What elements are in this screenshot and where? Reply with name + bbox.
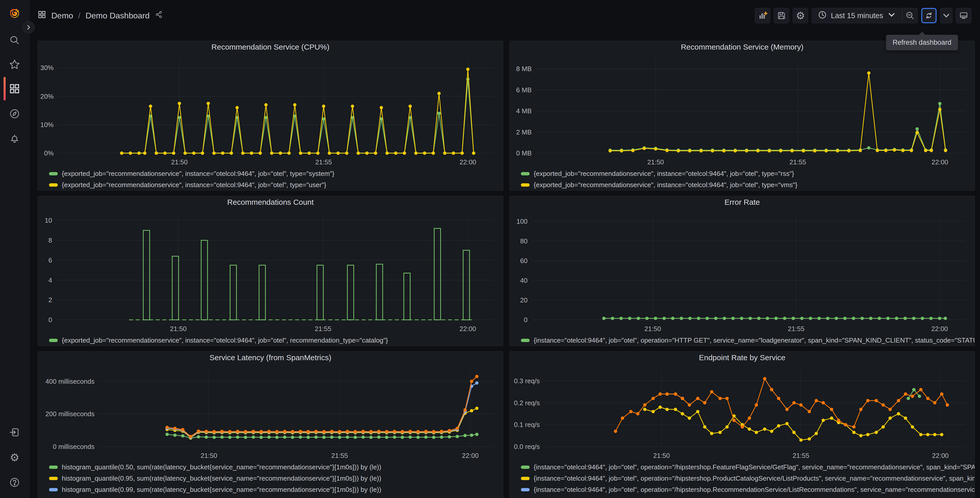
svg-text:0: 0: [49, 316, 52, 324]
legend-item[interactable]: {instance="otelcol:9464", job="otel", op…: [521, 484, 975, 495]
svg-text:21:55: 21:55: [315, 325, 331, 333]
breadcrumb: Demo / Demo Dashboard: [38, 0, 163, 31]
legend-item[interactable]: {exported_job="recommendationservice", i…: [521, 168, 975, 179]
service-latency-legend: histogram_quantile(0.50, sum(rate(latenc…: [38, 460, 503, 498]
svg-text:6: 6: [49, 256, 52, 264]
svg-text:22:00: 22:00: [931, 325, 948, 333]
legend-item[interactable]: {instance="otelcol:9464", job="otel", op…: [521, 495, 975, 498]
refresh-dashboard-button[interactable]: [921, 8, 937, 23]
refresh-tooltip: Refresh dashboard: [886, 35, 958, 50]
service-latency-chart[interactable]: 21:5021:5522:000 milliseconds200 millise…: [38, 364, 503, 460]
add-panel-button[interactable]: [755, 8, 770, 23]
legend-item[interactable]: {instance="otelcol:9464", job="otel", op…: [521, 461, 975, 473]
panel-title[interactable]: Recommendations Count: [38, 196, 503, 208]
sidebar-item-alerting[interactable]: [9, 133, 21, 145]
svg-text:4: 4: [49, 276, 52, 284]
breadcrumb-page-title: Demo Dashboard: [86, 11, 150, 21]
legend-item[interactable]: {exported_job="recommendationservice", i…: [521, 179, 975, 190]
svg-text:21:55: 21:55: [331, 452, 348, 460]
svg-text:22:00: 22:00: [460, 158, 476, 166]
legend-item[interactable]: {instance="otelcol:9464", job="otel", op…: [521, 335, 975, 346]
dashboard-grid: Recommendation Service (CPU%) 21:5021:55…: [38, 41, 975, 498]
memory-legend: {exported_job="recommendationservice", i…: [510, 167, 975, 190]
sidebar: ⚙: [0, 0, 29, 498]
svg-text:100: 100: [517, 217, 528, 225]
legend-label: histogram_quantile(0.95, sum(rate(latenc…: [62, 474, 381, 482]
panel-recommendations-count: Recommendations Count 21:5021:5522:00024…: [38, 196, 503, 346]
svg-text:400 milliseconds: 400 milliseconds: [46, 378, 94, 385]
legend-swatch: [49, 477, 58, 480]
legend-item[interactable]: histogram_quantile(0.99, sum(rate(latenc…: [49, 484, 503, 495]
legend-label: {exported_job="recommendationservice", i…: [62, 181, 326, 189]
svg-text:0%: 0%: [44, 149, 54, 157]
svg-text:10: 10: [45, 217, 52, 224]
panel-title[interactable]: Recommendation Service (CPU%): [38, 41, 503, 53]
recommendations-count-legend: {exported_job="recommendationservice", i…: [38, 334, 503, 346]
search-icon[interactable]: [9, 34, 21, 46]
breadcrumb-section[interactable]: Demo: [51, 11, 73, 21]
svg-text:0.1 req/s: 0.1 req/s: [514, 421, 540, 428]
svg-text:22:00: 22:00: [931, 158, 948, 166]
endpoint-rate-legend: {instance="otelcol:9464", job="otel", op…: [510, 460, 975, 498]
svg-text:21:55: 21:55: [789, 158, 806, 166]
svg-text:22:00: 22:00: [462, 452, 479, 460]
svg-text:6 MB: 6 MB: [516, 86, 531, 94]
svg-text:2 MB: 2 MB: [516, 128, 531, 136]
legend-item[interactable]: histogram_quantile(0.50, sum(rate(latenc…: [49, 461, 503, 473]
zoom-out-time-button[interactable]: [902, 8, 918, 23]
svg-text:200 milliseconds: 200 milliseconds: [46, 410, 94, 418]
chevron-down-icon: [887, 10, 896, 21]
legend-label: {exported_job="recommendationservice", i…: [62, 170, 334, 178]
legend-label: {exported_job="recommendationservice", i…: [534, 170, 794, 178]
panel-title[interactable]: Error Rate: [510, 196, 975, 208]
legend-swatch: [521, 183, 530, 187]
sidebar-item-dashboards[interactable]: [9, 83, 21, 94]
star-icon[interactable]: [9, 59, 21, 70]
dashboard-settings-button[interactable]: ⚙: [793, 8, 808, 23]
panel-title[interactable]: Service Latency (from SpanMetrics): [38, 351, 503, 364]
svg-text:0 milliseconds: 0 milliseconds: [53, 443, 94, 450]
legend-label: {exported_job="recommendationservice", i…: [534, 181, 797, 189]
error-rate-legend: {instance="otelcol:9464", job="otel", op…: [510, 334, 975, 346]
svg-text:30%: 30%: [40, 64, 54, 72]
share-icon[interactable]: [155, 11, 163, 21]
refresh-interval-dropdown[interactable]: [940, 8, 952, 23]
svg-text:21:50: 21:50: [644, 325, 661, 333]
svg-text:0.2 req/s: 0.2 req/s: [514, 399, 540, 407]
sidebar-item-explore[interactable]: [9, 108, 21, 120]
svg-text:21:55: 21:55: [793, 452, 809, 460]
recommendations-count-chart[interactable]: 21:5021:5522:000246810: [38, 208, 503, 334]
legend-item[interactable]: {exported_job="recommendationservice", i…: [49, 168, 503, 179]
legend-item[interactable]: histogram_quantile(0.999, sum(rate(laten…: [49, 495, 503, 498]
gear-icon[interactable]: ⚙: [9, 452, 21, 463]
sign-in-icon[interactable]: [9, 426, 21, 438]
tv-mode-button[interactable]: [956, 8, 971, 23]
legend-label: {instance="otelcol:9464", job="otel", op…: [534, 337, 975, 344]
svg-text:21:50: 21:50: [648, 158, 664, 166]
legend-swatch: [49, 466, 58, 469]
cpu-chart[interactable]: 21:5021:5522:000%10%20%30%: [38, 53, 503, 167]
time-range-picker[interactable]: Last 15 minutes: [811, 8, 902, 23]
svg-text:40: 40: [520, 277, 528, 284]
help-icon[interactable]: [9, 477, 21, 488]
panel-cpu: Recommendation Service (CPU%) 21:5021:55…: [38, 41, 503, 191]
save-dashboard-button[interactable]: [774, 8, 789, 23]
legend-item[interactable]: {exported_job="recommendationservice", i…: [49, 179, 503, 190]
panel-title[interactable]: Endpoint Rate by Service: [510, 351, 975, 364]
legend-label: {instance="otelcol:9464", job="otel", op…: [534, 474, 975, 482]
svg-text:22:00: 22:00: [459, 325, 476, 333]
breadcrumb-separator: /: [78, 11, 80, 20]
svg-text:21:55: 21:55: [315, 158, 332, 166]
legend-label: histogram_quantile(0.50, sum(rate(latenc…: [62, 463, 381, 471]
error-rate-chart[interactable]: 21:5021:5522:00020406080100: [510, 208, 975, 334]
endpoint-rate-chart[interactable]: 21:5021:5522:000.0 req/s0.1 req/s0.2 req…: [510, 364, 975, 460]
legend-swatch: [521, 477, 530, 480]
memory-chart[interactable]: 21:5021:5522:000 MB2 MB4 MB6 MB8 MB: [510, 53, 975, 167]
legend-swatch: [49, 172, 58, 176]
legend-item[interactable]: {instance="otelcol:9464", job="otel", op…: [521, 473, 975, 484]
legend-item[interactable]: {exported_job="recommendationservice", i…: [49, 335, 503, 346]
grafana-logo[interactable]: [9, 7, 21, 19]
panel-service-latency: Service Latency (from SpanMetrics) 21:50…: [38, 351, 503, 498]
legend-item[interactable]: histogram_quantile(0.95, sum(rate(latenc…: [49, 473, 503, 484]
sidebar-expand-button[interactable]: [22, 21, 35, 34]
